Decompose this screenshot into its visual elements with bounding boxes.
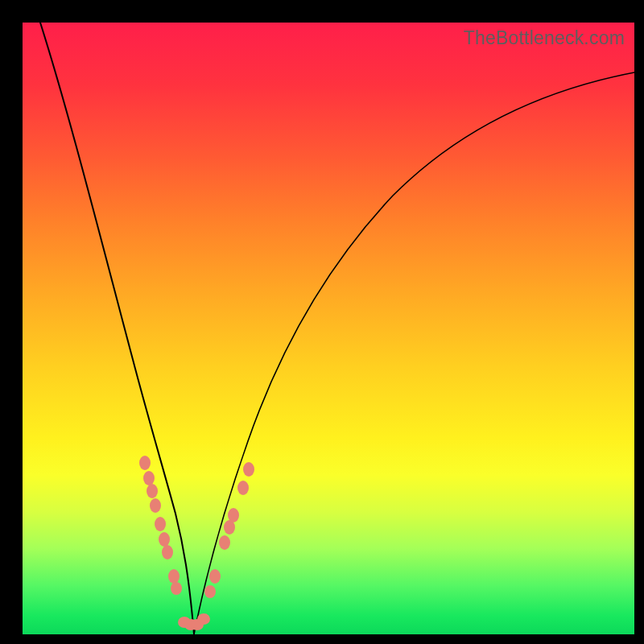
chart-frame: TheBottleneck.com bbox=[0, 0, 644, 644]
plot-area: TheBottleneck.com bbox=[23, 23, 634, 634]
svg-point-2 bbox=[147, 484, 158, 498]
dots-right-cluster bbox=[204, 462, 254, 598]
svg-point-9 bbox=[204, 585, 216, 598]
dots-bottom-cluster bbox=[178, 613, 210, 630]
right-curve bbox=[194, 72, 634, 634]
svg-point-19 bbox=[197, 613, 210, 625]
svg-point-3 bbox=[150, 498, 161, 513]
dots-left-cluster bbox=[139, 456, 182, 595]
svg-point-6 bbox=[162, 545, 173, 559]
svg-point-14 bbox=[237, 481, 249, 495]
svg-point-0 bbox=[139, 456, 151, 470]
svg-point-13 bbox=[228, 508, 239, 522]
svg-point-10 bbox=[209, 569, 221, 584]
svg-point-5 bbox=[159, 532, 170, 547]
svg-point-15 bbox=[243, 462, 254, 477]
chart-svg bbox=[23, 23, 634, 634]
svg-point-4 bbox=[155, 517, 166, 531]
svg-point-11 bbox=[219, 535, 230, 550]
left-curve bbox=[40, 23, 194, 634]
svg-point-8 bbox=[171, 582, 182, 595]
svg-point-7 bbox=[168, 569, 180, 584]
svg-point-1 bbox=[143, 471, 155, 485]
